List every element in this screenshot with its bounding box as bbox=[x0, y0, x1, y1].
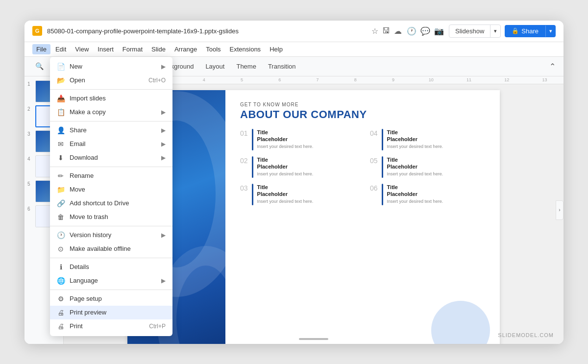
dd-details[interactable]: ℹ Details bbox=[50, 260, 172, 274]
dd-import[interactable]: 📥 Import slides bbox=[50, 92, 172, 105]
menu-file[interactable]: File bbox=[32, 44, 50, 54]
slideshow-button[interactable]: Slideshow ▾ bbox=[449, 24, 501, 38]
search-icon[interactable]: 🔍 bbox=[32, 59, 46, 73]
share-button[interactable]: 🔒 Share ▾ bbox=[505, 25, 556, 37]
list-item-04: 04 TitlePlaceholder Insert your desired … bbox=[370, 129, 490, 150]
item-text-03: TitlePlaceholder Insert your desired tex… bbox=[257, 184, 360, 205]
dd-share-arrow: ▶ bbox=[161, 127, 166, 134]
dd-copy-label: Make a copy bbox=[70, 108, 156, 116]
dd-download[interactable]: ⬇ Download ▶ bbox=[50, 151, 172, 165]
list-item-06: 06 TitlePlaceholder Insert your desired … bbox=[370, 184, 490, 205]
dd-details-label: Details bbox=[70, 263, 166, 270]
title-bar: G 85080-01-company-profile-powerpoint-te… bbox=[24, 21, 564, 42]
download-icon: ⬇ bbox=[57, 154, 65, 162]
dd-share-label: Share bbox=[70, 126, 156, 134]
dd-print-label: Print bbox=[70, 322, 144, 330]
dd-download-label: Download bbox=[70, 154, 156, 161]
dd-print[interactable]: 🖨 Print Ctrl+P bbox=[50, 319, 172, 333]
share-arrow[interactable]: ▾ bbox=[545, 25, 556, 37]
dd-language[interactable]: 🌐 Language ▶ bbox=[50, 274, 172, 288]
slide-canvas[interactable]: GET TO KNOW MORE ABOUT OUR COMPANY 01 Ti… bbox=[127, 90, 500, 344]
ruler-mark: 10 bbox=[412, 77, 450, 82]
star-icon[interactable]: ☆ bbox=[371, 26, 378, 36]
camera-icon[interactable]: 📷 bbox=[434, 26, 444, 36]
comment-icon[interactable]: 💬 bbox=[420, 26, 430, 36]
trash-icon: 🗑 bbox=[57, 213, 65, 221]
ruler-mark: 5 bbox=[223, 77, 261, 82]
dd-move[interactable]: 📁 Move bbox=[50, 183, 172, 196]
item-num-05: 05 bbox=[370, 157, 378, 164]
share-icon: 👤 bbox=[57, 126, 65, 134]
menu-insert[interactable]: Insert bbox=[94, 44, 118, 54]
theme-btn[interactable]: Theme bbox=[231, 61, 261, 72]
dd-new[interactable]: 📄 New ▶ bbox=[50, 60, 172, 73]
offline-icon: ⊙ bbox=[57, 245, 65, 253]
dd-share[interactable]: 👤 Share ▶ bbox=[50, 123, 172, 137]
item-num-04: 04 bbox=[370, 130, 378, 137]
dd-printpreview-label: Print preview bbox=[70, 309, 166, 316]
dd-email[interactable]: ✉ Email ▶ bbox=[50, 137, 172, 151]
dd-copy[interactable]: 📋 Make a copy ▶ bbox=[50, 105, 172, 119]
menu-edit[interactable]: Edit bbox=[51, 44, 70, 54]
item-bar-06 bbox=[382, 184, 383, 205]
item-title-06: TitlePlaceholder bbox=[387, 184, 490, 198]
collapse-icon[interactable]: ⌃ bbox=[549, 62, 556, 71]
menu-tools[interactable]: Tools bbox=[202, 44, 224, 54]
dd-open-label: Open bbox=[70, 76, 144, 84]
dd-version[interactable]: 🕐 Version history ▶ bbox=[50, 228, 172, 242]
slide-num-1: 1 bbox=[27, 81, 33, 87]
dd-shortcut[interactable]: 🔗 Add shortcut to Drive bbox=[50, 196, 172, 210]
transition-btn[interactable]: Transition bbox=[263, 61, 301, 72]
title-icons: ☆ 🖫 ☁ bbox=[371, 26, 402, 36]
item-bar-03 bbox=[252, 184, 253, 205]
ruler-mark: 7 bbox=[298, 77, 336, 82]
print-icon: 🖨 bbox=[57, 322, 65, 330]
dd-offline[interactable]: ⊙ Make available offline bbox=[50, 242, 172, 256]
item-text-01: TitlePlaceholder Insert your desired tex… bbox=[257, 129, 360, 150]
history-icon[interactable]: 🕐 bbox=[407, 26, 416, 36]
email-icon: ✉ bbox=[57, 140, 65, 148]
new-icon: 📄 bbox=[57, 63, 65, 71]
details-icon: ℹ bbox=[57, 263, 65, 271]
dd-open[interactable]: 📂 Open Ctrl+O bbox=[50, 73, 172, 87]
slide-num-2: 2 bbox=[27, 106, 33, 112]
menu-extensions[interactable]: Extensions bbox=[226, 44, 265, 54]
dd-shortcut-label: Add shortcut to Drive bbox=[70, 199, 166, 207]
import-icon: 📥 bbox=[57, 95, 65, 102]
slide-num-6: 6 bbox=[27, 206, 33, 212]
item-desc-03: Insert your desired text here. bbox=[257, 198, 360, 205]
canvas-scrollbar[interactable] bbox=[299, 338, 328, 340]
cloud-icon[interactable]: ☁ bbox=[394, 26, 402, 36]
slideshow-arrow[interactable]: ▾ bbox=[490, 25, 500, 37]
menu-help[interactable]: Help bbox=[266, 44, 287, 54]
ruler-mark: 4 bbox=[185, 77, 223, 82]
list-item-01: 01 TitlePlaceholder Insert your desired … bbox=[240, 129, 360, 150]
dd-trash[interactable]: 🗑 Move to trash bbox=[50, 210, 172, 224]
dd-open-shortcut: Ctrl+O bbox=[148, 77, 166, 84]
item-title-05: TitlePlaceholder bbox=[387, 156, 490, 170]
version-icon: 🕐 bbox=[57, 231, 65, 239]
panel-collapse-button[interactable]: › bbox=[556, 200, 564, 220]
slide-title: ABOUT OUR COMPANY bbox=[240, 108, 490, 121]
language-icon: 🌐 bbox=[57, 277, 65, 285]
dd-print-shortcut: Ctrl+P bbox=[149, 323, 166, 330]
item-title-03: TitlePlaceholder bbox=[257, 184, 360, 198]
slideshow-main[interactable]: Slideshow bbox=[449, 25, 490, 37]
dd-sep-2 bbox=[50, 121, 172, 121]
dd-pagesetup[interactable]: ⚙ Page setup bbox=[50, 292, 172, 306]
menu-view[interactable]: View bbox=[71, 44, 93, 54]
save-icon[interactable]: 🖫 bbox=[382, 26, 390, 35]
dd-rename[interactable]: ✏ Rename bbox=[50, 169, 172, 183]
menu-bar: File Edit View Insert Format Slide Arran… bbox=[24, 42, 564, 57]
menu-arrange[interactable]: Arrange bbox=[171, 44, 201, 54]
items-grid: 01 TitlePlaceholder Insert your desired … bbox=[240, 129, 490, 205]
dd-download-arrow: ▶ bbox=[161, 154, 166, 161]
dd-printpreview[interactable]: 🖨 Print preview bbox=[50, 306, 172, 319]
move-icon: 📁 bbox=[57, 186, 65, 194]
item-text-02: TitlePlaceholder Insert your desired tex… bbox=[257, 156, 360, 177]
layout-btn[interactable]: Layout bbox=[200, 61, 229, 72]
menu-format[interactable]: Format bbox=[119, 44, 147, 54]
menu-slide[interactable]: Slide bbox=[147, 44, 170, 54]
dd-trash-label: Move to trash bbox=[70, 213, 166, 220]
share-main[interactable]: 🔒 Share bbox=[505, 25, 545, 37]
